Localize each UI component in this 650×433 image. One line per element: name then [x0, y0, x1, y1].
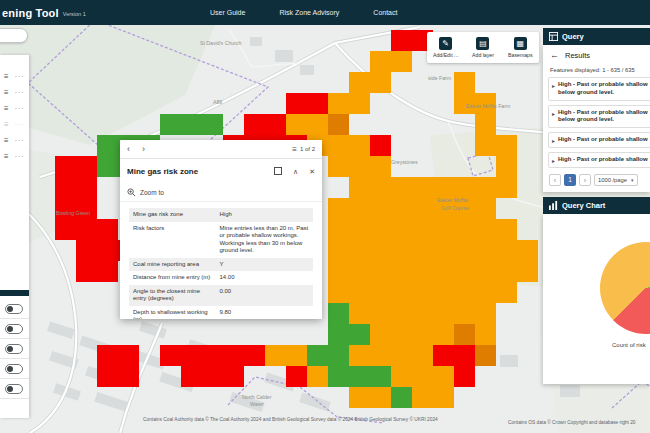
risk-cell-moderate[interactable]	[391, 366, 412, 387]
risk-cell-high[interactable]	[244, 114, 265, 135]
risk-cell-high[interactable]	[118, 345, 139, 366]
row-menu-icon[interactable]: ···	[15, 73, 25, 80]
row-menu-icon[interactable]: ···	[15, 137, 25, 144]
risk-cell-moderate[interactable]	[412, 240, 433, 261]
risk-cell-moderate[interactable]	[370, 324, 391, 345]
feature-list-icon[interactable]: ≡	[292, 145, 297, 154]
risk-cell-moderate[interactable]	[265, 345, 286, 366]
risk-cell-moderate[interactable]	[433, 303, 454, 324]
risk-cell-high[interactable]	[265, 114, 286, 135]
risk-cell-high[interactable]	[244, 345, 265, 366]
row-menu-icon[interactable]: ···	[15, 153, 25, 160]
risk-cell-low[interactable]	[349, 324, 370, 345]
risk-cell-moderate[interactable]	[496, 135, 517, 156]
per-page-select[interactable]: 1000 /page ▾	[594, 174, 638, 186]
risk-cell-moderate[interactable]	[475, 303, 496, 324]
page-current[interactable]: 1	[564, 174, 576, 186]
risk-cell-high[interactable]	[160, 345, 181, 366]
risk-cell-moderate[interactable]	[328, 156, 349, 177]
risk-cell-high[interactable]	[76, 261, 97, 282]
risk-cell-moderate[interactable]	[370, 387, 391, 408]
risk-cell-moderate[interactable]	[370, 282, 391, 303]
nav-item-user-guide[interactable]: User Guide	[210, 9, 245, 16]
risk-cell-overlap[interactable]	[328, 114, 349, 135]
risk-cell-moderate[interactable]	[496, 282, 517, 303]
close-icon[interactable]: ✕	[309, 168, 315, 175]
risk-cell-moderate[interactable]	[412, 303, 433, 324]
risk-cell-moderate[interactable]	[391, 177, 412, 198]
risk-cell-high[interactable]	[223, 345, 244, 366]
risk-cell-high[interactable]	[181, 366, 202, 387]
risk-cell-moderate[interactable]	[370, 51, 391, 72]
risk-cell-low[interactable]	[349, 366, 370, 387]
risk-cell-moderate[interactable]	[349, 240, 370, 261]
risk-cell-moderate[interactable]	[475, 135, 496, 156]
risk-cell-moderate[interactable]	[412, 261, 433, 282]
risk-cell-high[interactable]	[454, 345, 475, 366]
risk-cell-moderate[interactable]	[349, 156, 370, 177]
risk-cell-low[interactable]	[328, 324, 349, 345]
risk-cell-moderate[interactable]	[496, 261, 517, 282]
risk-cell-high[interactable]	[391, 30, 412, 51]
risk-cell-moderate[interactable]	[412, 387, 433, 408]
popup-prev-button[interactable]: ‹	[127, 145, 130, 154]
risk-cell-moderate[interactable]	[433, 177, 454, 198]
risk-cell-moderate[interactable]	[286, 114, 307, 135]
risk-cell-moderate[interactable]	[391, 219, 412, 240]
risk-cell-moderate[interactable]	[412, 345, 433, 366]
risk-cell-moderate[interactable]	[475, 114, 496, 135]
risk-cell-moderate[interactable]	[433, 240, 454, 261]
risk-cell-moderate[interactable]	[370, 177, 391, 198]
risk-cell-moderate[interactable]	[328, 240, 349, 261]
risk-cell-moderate[interactable]	[370, 240, 391, 261]
risk-cell-moderate[interactable]	[412, 198, 433, 219]
risk-cell-high[interactable]	[286, 93, 307, 114]
risk-cell-high[interactable]	[97, 366, 118, 387]
risk-cell-low[interactable]	[202, 114, 223, 135]
risk-cell-moderate[interactable]	[391, 303, 412, 324]
expand-caret-icon[interactable]: ▸	[552, 110, 555, 125]
risk-cell-moderate[interactable]	[475, 282, 496, 303]
risk-cell-moderate[interactable]	[328, 261, 349, 282]
risk-cell-moderate[interactable]	[307, 114, 328, 135]
toolbar-basemaps-button[interactable]: ▦Basemaps	[502, 32, 539, 63]
risk-cell-moderate[interactable]	[454, 72, 475, 93]
risk-cell-high[interactable]	[202, 366, 223, 387]
risk-cell-overlap[interactable]	[454, 324, 475, 345]
row-menu-icon[interactable]: ···	[15, 105, 25, 112]
result-item[interactable]: ▸High - Past or probable shallow	[548, 152, 650, 168]
toolbar-add-layer-button[interactable]: ▤Add layer	[464, 32, 501, 63]
risk-cell-moderate[interactable]	[328, 282, 349, 303]
risk-cell-moderate[interactable]	[370, 345, 391, 366]
risk-cell-high[interactable]	[97, 261, 118, 282]
dock-icon[interactable]	[274, 167, 282, 175]
search-input[interactable]	[0, 28, 28, 43]
risk-cell-moderate[interactable]	[454, 303, 475, 324]
risk-cell-moderate[interactable]	[349, 303, 370, 324]
toolbar-edit-button[interactable]: ✎Add/Edit ...	[427, 32, 464, 63]
risk-cell-moderate[interactable]	[328, 219, 349, 240]
risk-cell-moderate[interactable]	[286, 345, 307, 366]
risk-cell-moderate[interactable]	[349, 345, 370, 366]
risk-cell-moderate[interactable]	[454, 219, 475, 240]
risk-cell-moderate[interactable]	[454, 177, 475, 198]
risk-cell-low[interactable]	[97, 135, 118, 156]
risk-cell-low[interactable]	[328, 303, 349, 324]
zoom-to-button[interactable]: Zoom to	[120, 183, 322, 202]
risk-cell-moderate[interactable]	[433, 366, 454, 387]
risk-cell-moderate[interactable]	[475, 240, 496, 261]
risk-cell-moderate[interactable]	[349, 282, 370, 303]
risk-cell-low[interactable]	[328, 345, 349, 366]
risk-pie-chart[interactable]	[600, 242, 650, 334]
expand-caret-icon[interactable]: ▸	[552, 82, 555, 97]
risk-cell-high[interactable]	[55, 156, 76, 177]
layer-visibility-toggle[interactable]	[5, 364, 23, 374]
nav-item-risk-zone-advisory[interactable]: Risk Zone Advisory	[279, 9, 339, 16]
risk-cell-high[interactable]	[202, 345, 223, 366]
risk-cell-moderate[interactable]	[349, 261, 370, 282]
expand-caret-icon[interactable]: ▸	[552, 137, 555, 144]
risk-cell-low[interactable]	[181, 114, 202, 135]
risk-cell-moderate[interactable]	[496, 177, 517, 198]
risk-cell-moderate[interactable]	[475, 261, 496, 282]
risk-cell-high[interactable]	[76, 177, 97, 198]
